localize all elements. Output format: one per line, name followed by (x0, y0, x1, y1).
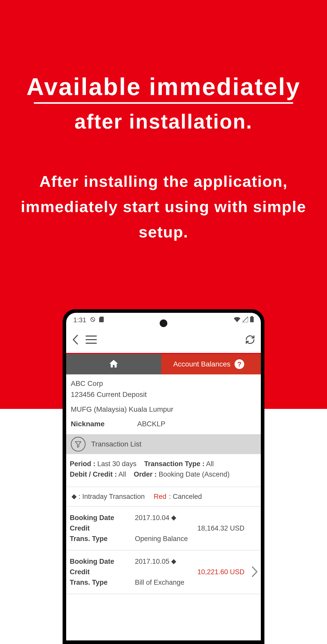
tab-balances-label: Account Balances (173, 360, 230, 368)
account-number-type: 123456 Current Deposit (71, 389, 256, 400)
phone-frame: 1:31 (63, 309, 264, 644)
tab-home[interactable] (66, 354, 161, 374)
app-topbar (66, 327, 261, 354)
headline-underline (34, 102, 293, 104)
period-label: Period : (70, 460, 96, 468)
txtype-value: All (206, 460, 214, 468)
do-not-disturb-icon (90, 316, 96, 324)
help-icon[interactable]: ? (235, 359, 244, 369)
wifi-icon (234, 316, 240, 324)
promo-headline-1: Available immediately (26, 73, 300, 101)
transaction-row[interactable]: Booking Date 2017.10.05 Credit 10,221.60… (66, 550, 261, 594)
intraday-marker-icon (171, 559, 176, 564)
dc-label: Debit / Credit : (70, 470, 117, 478)
diamond-icon (72, 494, 77, 499)
transaction-list-header: Transaction List (66, 434, 261, 454)
transaction-row[interactable]: Booking Date 2017.10.04 Credit 18,164.32… (66, 507, 261, 550)
phone-screen: 1:31 (66, 313, 261, 640)
chevron-right-icon (251, 566, 259, 579)
promo-body: After installing the application, immedi… (20, 169, 307, 245)
booking-date-value: 2017.10.04 (135, 514, 169, 522)
trans-type-value: Bill of Exchange (135, 579, 184, 586)
back-button[interactable] (72, 334, 78, 346)
legend-red-label: Red (154, 493, 167, 501)
trans-type-label: Trans. Type (70, 535, 135, 543)
home-icon (109, 359, 119, 370)
legend-red-desc: : Canceled (169, 493, 202, 501)
intraday-marker-icon (171, 515, 176, 521)
svg-marker-6 (75, 442, 81, 447)
transaction-list-title: Transaction List (91, 440, 142, 448)
order-label: Order : (134, 470, 157, 478)
account-bank: MUFG (Malaysia) Kuala Lumpur (71, 404, 256, 415)
account-name: ABC Corp (71, 378, 256, 389)
promo-headline-2: after installation. (74, 110, 252, 133)
trans-type-value: Opening Balance (135, 535, 188, 543)
booking-date-label: Booking Date (70, 514, 135, 522)
nickname-value: ABCKLP (137, 418, 166, 429)
svg-rect-1 (251, 316, 253, 317)
txtype-label: Transaction Type : (144, 460, 205, 468)
menu-button[interactable] (86, 335, 97, 345)
filter-summary: Period : Last 30 days Transaction Type :… (66, 454, 261, 487)
battery-icon (250, 316, 254, 324)
credit-value: 10,221.60 USD (197, 568, 257, 576)
dc-value: All (119, 470, 126, 478)
refresh-button[interactable] (245, 335, 255, 346)
phone-camera (160, 319, 167, 327)
credit-label: Credit (70, 524, 135, 532)
trans-type-label: Trans. Type (70, 579, 135, 586)
period-value: Last 30 days (97, 460, 136, 468)
booking-date-value: 2017.10.05 (135, 558, 169, 566)
svg-rect-2 (250, 317, 254, 322)
credit-label: Credit (70, 568, 135, 576)
filter-button[interactable] (71, 437, 86, 452)
account-block: ABC Corp 123456 Current Deposit MUFG (Ma… (66, 374, 261, 431)
status-time: 1:31 (73, 316, 86, 324)
booking-date-label: Booking Date (70, 558, 135, 566)
tab-bar: Account Balances ? (66, 354, 261, 374)
nickname-label: Nickname (71, 418, 137, 429)
sd-card-icon (99, 316, 104, 324)
order-value: Booking Date (Ascend) (159, 470, 230, 478)
legend-intraday: : Intraday Transaction (78, 493, 145, 501)
credit-value: 18,164.32 USD (197, 524, 257, 532)
legend: : Intraday Transaction Red : Canceled (66, 487, 261, 507)
tab-account-balances[interactable]: Account Balances ? (161, 354, 261, 374)
signal-icon (242, 316, 248, 324)
